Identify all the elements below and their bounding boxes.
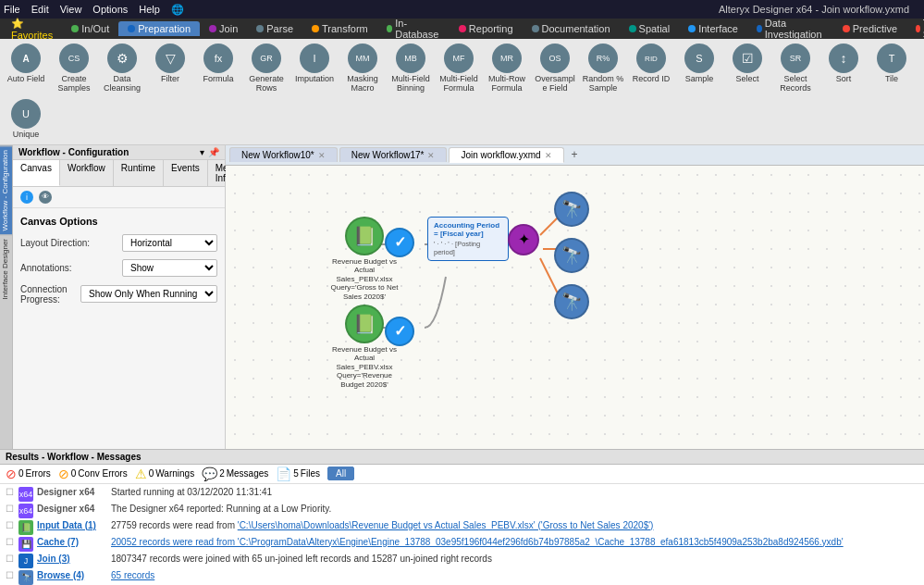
tool-multi-field-formula[interactable]: MF Multi-Field Formula bbox=[435, 41, 483, 96]
config-tab-workflow[interactable]: Workflow bbox=[60, 160, 114, 186]
close-workflow17-icon[interactable]: ✕ bbox=[427, 151, 435, 160]
menu-file[interactable]: File bbox=[4, 4, 20, 15]
tool-imputation[interactable]: I Imputation bbox=[290, 41, 339, 87]
menu-view[interactable]: View bbox=[60, 4, 82, 15]
tab-datainvestigation[interactable]: Data Investigation bbox=[747, 16, 833, 42]
config-panel-icons: ▾ 📌 bbox=[200, 147, 219, 157]
log-row: ☐ 🔭 Browse (4) 65 records bbox=[0, 569, 924, 585]
tab-interface[interactable]: Interface bbox=[679, 21, 747, 36]
config-row-layout: Layout Direction: Horizontal Vertical bbox=[20, 234, 217, 252]
tab-timeseries[interactable]: Time Series bbox=[906, 16, 924, 42]
canvas-add-tab-button[interactable]: + bbox=[566, 146, 584, 163]
vtab-interface[interactable]: Interface Designer bbox=[0, 234, 12, 303]
canvas-tab-join-workflow[interactable]: Join workflow.yxmd✕ bbox=[449, 147, 563, 163]
badge-conv-errors: ⊘ 0 Conv Errors bbox=[58, 467, 128, 481]
tool-sample[interactable]: S Sample bbox=[675, 41, 723, 87]
node-bino1[interactable]: 🔭 bbox=[554, 192, 589, 227]
conv-errors-label: Conv Errors bbox=[78, 468, 127, 479]
log-source[interactable]: Browse (4) bbox=[37, 570, 111, 580]
layout-direction-select[interactable]: Horizontal Vertical bbox=[122, 234, 217, 252]
menu-help[interactable]: Help bbox=[139, 4, 160, 15]
tool-random-pct-sample[interactable]: R% Random % Sample bbox=[579, 41, 627, 96]
log-link-cache[interactable]: 20052 records were read from 'C:\Program… bbox=[111, 537, 844, 547]
tool-unique[interactable]: U Unique bbox=[2, 96, 50, 143]
tool-data-cleansing[interactable]: ⚙ Data Cleansing bbox=[98, 41, 146, 96]
tool-select[interactable]: ☑ Select bbox=[723, 41, 771, 87]
node-bino3[interactable]: 🔭 bbox=[554, 284, 589, 319]
node-bino2[interactable]: 🔭 bbox=[554, 238, 589, 273]
node-input1-label: Revenue Budget vs Actual Sales_PEBV.xlsx… bbox=[327, 257, 401, 302]
tab-documentation[interactable]: Documentation bbox=[523, 21, 620, 36]
badge-files: 📄 5 Files bbox=[276, 467, 320, 481]
tool-multi-field-binning[interactable]: MB Multi-Field Binning bbox=[387, 41, 435, 96]
log-checkbox[interactable]: ☐ bbox=[6, 504, 18, 514]
node-check2[interactable]: ✓ bbox=[385, 317, 414, 346]
bottom-panel-header: Results - Workflow - Messages bbox=[0, 450, 924, 465]
conv-errors-count: 0 bbox=[71, 468, 77, 479]
filter-tab-all[interactable]: All bbox=[327, 467, 354, 480]
tab-spatial[interactable]: Spatial bbox=[620, 21, 680, 36]
tab-preparation[interactable]: Preparation bbox=[118, 21, 200, 36]
tab-reporting[interactable]: Reporting bbox=[450, 21, 523, 36]
menu-options[interactable]: Options bbox=[92, 4, 128, 15]
tool-tile[interactable]: T Tile bbox=[868, 41, 916, 87]
log-checkbox[interactable]: ☐ bbox=[6, 570, 18, 580]
config-panel: Workflow - Configuration ▾ 📌 Canvas Work… bbox=[13, 145, 226, 449]
tool-oversample-field[interactable]: OS Oversample Field bbox=[531, 41, 579, 96]
eye-icon[interactable]: 👁 bbox=[39, 191, 52, 204]
config-panel-title: Workflow - Configuration bbox=[18, 147, 129, 157]
node-check1[interactable]: ✓ bbox=[385, 228, 414, 257]
log-source[interactable]: Join (3) bbox=[37, 554, 111, 564]
tool-auto-field[interactable]: A Auto Field bbox=[2, 41, 50, 87]
log-message: 1807347 records were joined with 65 un-j… bbox=[111, 554, 918, 564]
tool-multi-row-formula[interactable]: MR Multi-Row Formula bbox=[483, 41, 531, 96]
log-checkbox[interactable]: ☐ bbox=[6, 537, 18, 547]
tool-masking-macro[interactable]: MM Masking Macro bbox=[339, 41, 387, 96]
tool-generate-rows[interactable]: GR Generate Rows bbox=[242, 41, 290, 96]
log-source[interactable]: Input Data (1) bbox=[37, 520, 111, 530]
info-icon[interactable]: i bbox=[20, 191, 33, 204]
log-link-input1[interactable]: 'C:\Users\homa\Downloads\Revenue Budget … bbox=[238, 520, 654, 530]
log-checkbox[interactable]: ☐ bbox=[6, 554, 18, 564]
tool-filter[interactable]: ▽ Filter bbox=[146, 41, 194, 87]
tool-sort[interactable]: ↕ Sort bbox=[819, 41, 868, 87]
tab-inout[interactable]: In/Out bbox=[62, 21, 118, 36]
log-row: ☐ x64 Designer x64 Started running at 03… bbox=[0, 486, 924, 503]
log-checkbox[interactable]: ☐ bbox=[6, 520, 18, 530]
tool-record-id[interactable]: RID Record ID bbox=[627, 41, 675, 87]
config-pin-icon[interactable]: 📌 bbox=[208, 147, 219, 157]
node-purple1[interactable]: ✦ bbox=[508, 224, 539, 255]
vtab-workflow[interactable]: Workflow - Configuration bbox=[0, 145, 12, 234]
config-collapse-icon[interactable]: ▾ bbox=[200, 147, 204, 157]
log-checkbox[interactable]: ☐ bbox=[6, 487, 18, 497]
tool-formula[interactable]: fx Formula bbox=[194, 41, 242, 87]
log-source[interactable]: Cache (7) bbox=[37, 537, 111, 547]
messages-count: 2 bbox=[219, 468, 225, 479]
config-tab-canvas[interactable]: Canvas bbox=[13, 160, 60, 186]
close-workflow10-icon[interactable]: ✕ bbox=[318, 151, 326, 160]
annotations-select[interactable]: Show Hide bbox=[122, 259, 217, 277]
tab-transform[interactable]: Transform bbox=[302, 21, 377, 36]
tab-favorites[interactable]: ⭐ Favorites bbox=[2, 16, 62, 43]
badge-warnings: ⚠ 0 Warnings bbox=[135, 467, 194, 481]
menu-edit[interactable]: Edit bbox=[31, 4, 49, 15]
canvas-tab-workflow10[interactable]: New Workflow10*✕ bbox=[229, 147, 338, 162]
tab-parse[interactable]: Parse bbox=[247, 21, 302, 36]
tool-create-samples[interactable]: CS Create Samples bbox=[50, 41, 98, 96]
node-join1[interactable]: Accounting Period = [Fiscal year] ' · ' … bbox=[427, 217, 509, 261]
tool-select-records[interactable]: SR Select Records bbox=[771, 41, 819, 96]
tab-predictive[interactable]: Predictive bbox=[833, 21, 906, 36]
menu-globe[interactable]: 🌐 bbox=[171, 4, 184, 16]
warnings-count: 0 bbox=[149, 468, 154, 479]
canvas-area[interactable]: 📗 Revenue Budget vs Actual Sales_PEBV.xl… bbox=[226, 166, 924, 449]
canvas-wrapper: New Workflow10*✕ New Workflow17*✕ Join w… bbox=[226, 145, 924, 449]
config-tab-events[interactable]: Events bbox=[164, 160, 208, 186]
connection-progress-select[interactable]: Show Only When Running Always Show bbox=[80, 285, 217, 303]
canvas-tab-workflow17[interactable]: New Workflow17*✕ bbox=[339, 147, 448, 162]
messages-label: Messages bbox=[227, 468, 269, 479]
tab-join[interactable]: Join bbox=[200, 21, 247, 36]
close-join-workflow-icon[interactable]: ✕ bbox=[545, 151, 552, 160]
log-link-browse4[interactable]: 65 records bbox=[111, 570, 154, 580]
tab-indatabase[interactable]: In-Database bbox=[377, 16, 450, 42]
config-tab-runtime[interactable]: Runtime bbox=[114, 160, 164, 186]
